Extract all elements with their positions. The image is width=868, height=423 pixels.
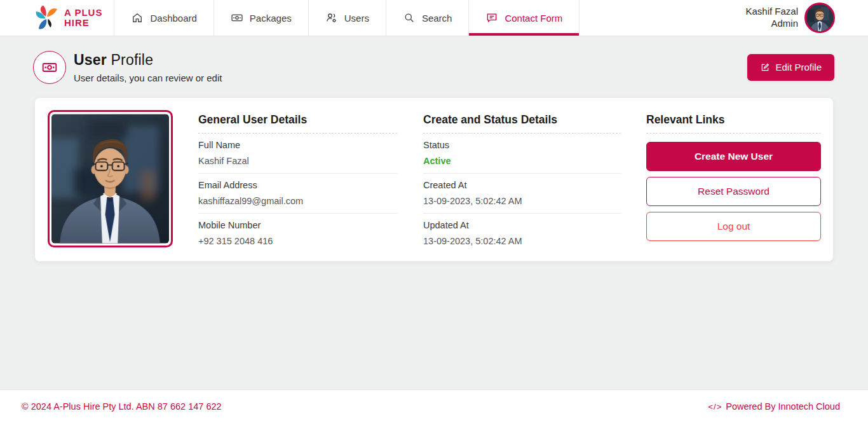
page-header-icon-circle	[33, 51, 66, 84]
nav-tabs: Dashboard Packages Users	[114, 0, 580, 36]
status-badge: Active	[423, 156, 621, 166]
profile-photo	[48, 110, 173, 247]
tab-dashboard[interactable]: Dashboard	[114, 0, 213, 36]
field-label: Created At	[423, 180, 621, 190]
avatar[interactable]	[804, 3, 835, 33]
tab-contact-form[interactable]: Contact Form	[468, 0, 580, 36]
field-label: Email Address	[198, 180, 397, 190]
section-heading: General User Details	[198, 113, 397, 134]
field-label: Mobile Number	[198, 220, 397, 230]
edit-profile-label: Edit Profile	[775, 62, 822, 73]
field-value: +92 315 2048 416	[198, 236, 397, 246]
tab-packages[interactable]: Packages	[214, 0, 308, 36]
tab-label: Dashboard	[150, 13, 196, 24]
page-title-rest: Profile	[107, 52, 153, 68]
brand-line2: HIRE	[64, 18, 102, 29]
tab-label: Packages	[250, 13, 292, 24]
page-subtitle: User details, you can review or edit	[74, 73, 222, 83]
reset-password-button[interactable]: Reset Password	[646, 177, 821, 206]
search-icon	[403, 11, 416, 24]
chat-message-icon	[485, 11, 498, 24]
user-name: Kashif Fazal	[745, 6, 798, 18]
profile-photo-illustration	[51, 114, 169, 244]
footer-copyright: © 2024 A-Plus Hire Pty Ltd. ABN 87 662 1…	[22, 401, 222, 412]
create-new-user-button[interactable]: Create New User	[646, 142, 821, 171]
logout-button[interactable]: Log out	[646, 212, 821, 241]
field-created-at: Created At 13-09-2023, 5:02:42 AM	[423, 174, 621, 214]
user-role: Admin	[745, 18, 798, 30]
section-general-details: General User Details Full Name Kashif Fa…	[198, 98, 397, 253]
tab-search[interactable]: Search	[386, 0, 469, 36]
users-gear-icon	[325, 11, 338, 24]
tab-label: Users	[344, 13, 369, 24]
tab-label: Search	[422, 13, 452, 24]
field-value: Kashif Fazal	[198, 156, 397, 166]
field-label: Updated At	[423, 220, 621, 230]
field-updated-at: Updated At 13-09-2023, 5:02:42 AM	[423, 214, 621, 253]
section-relevant-links: Relevant Links Create New User Reset Pas…	[646, 98, 821, 241]
tab-users[interactable]: Users	[308, 0, 386, 36]
code-icon: </>	[708, 402, 722, 412]
section-heading: Relevant Links	[646, 113, 821, 134]
field-label: Status	[423, 140, 621, 150]
tab-label: Contact Form	[505, 13, 562, 24]
banknote-icon	[231, 11, 243, 24]
brand-logo[interactable]: A PLUS HIRE	[0, 0, 114, 36]
edit-square-icon	[760, 62, 770, 73]
nav-user-text: Kashif Fazal Admin	[745, 6, 798, 30]
user-profile-card: General User Details Full Name Kashif Fa…	[35, 98, 833, 261]
field-value: 13-09-2023, 5:02:42 AM	[423, 236, 621, 246]
page-title: User Profile	[74, 52, 222, 69]
nav-user-menu[interactable]: Kashif Fazal Admin	[745, 0, 868, 36]
field-email: Email Address kashiffazal99@gmail.com	[198, 174, 397, 214]
pinwheel-logo-icon	[33, 4, 60, 31]
section-heading: Create and Status Details	[423, 113, 621, 134]
page-header: User Profile User details, you can revie…	[0, 36, 868, 98]
footer: © 2024 A-Plus Hire Pty Ltd. ABN 87 662 1…	[0, 389, 868, 423]
top-navbar: A PLUS HIRE Dashboard Packages	[0, 0, 868, 36]
field-value: 13-09-2023, 5:02:42 AM	[423, 196, 621, 206]
brand-line1: A PLUS	[64, 8, 102, 18]
field-status: Status Active	[423, 134, 621, 174]
page-titles: User Profile User details, you can revie…	[74, 52, 222, 83]
field-label: Full Name	[198, 140, 397, 150]
page-title-bold: User	[74, 52, 107, 68]
footer-powered-by[interactable]: </> Powered By Innotech Cloud	[708, 401, 840, 412]
brand-name: A PLUS HIRE	[64, 8, 102, 29]
edit-profile-button[interactable]: Edit Profile	[747, 54, 834, 81]
field-mobile: Mobile Number +92 315 2048 416	[198, 214, 397, 253]
banknote-icon	[41, 59, 58, 76]
footer-powered-by-label: Powered By Innotech Cloud	[726, 401, 840, 412]
field-value: kashiffazal99@gmail.com	[198, 196, 397, 206]
home-icon	[131, 11, 144, 24]
field-full-name: Full Name Kashif Fazal	[198, 134, 397, 174]
avatar-portrait	[806, 4, 833, 31]
section-status-details: Create and Status Details Status Active …	[423, 98, 621, 253]
